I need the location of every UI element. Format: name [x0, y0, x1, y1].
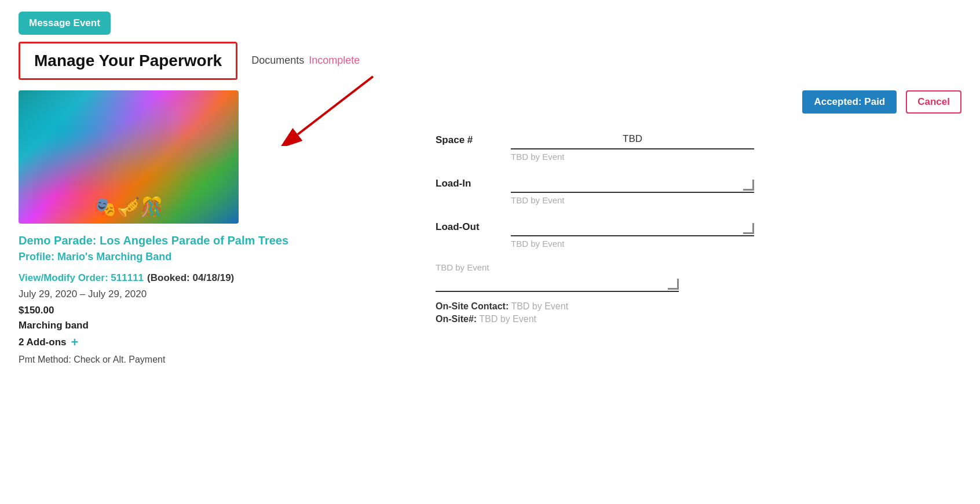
paperwork-wrapper: Manage Your Paperwork: [19, 42, 237, 80]
price: $150.00: [19, 305, 401, 316]
onsite-contact-label: On-Site Contact:: [436, 301, 509, 311]
onsite-contact-value: TBD by Event: [511, 301, 568, 311]
cancel-button[interactable]: Cancel: [906, 90, 961, 114]
space-field-row: Space # TBD TBD by Event: [436, 132, 961, 162]
booking-header: Accepted: Paid Cancel: [436, 90, 961, 114]
left-panel: Demo Parade: Los Angeles Parade of Palm …: [19, 90, 401, 365]
payment-method: Pmt Method: Check or Alt. Payment: [19, 355, 401, 365]
load-out-hint: TBD by Event: [511, 239, 754, 249]
extra-field-input[interactable]: [436, 275, 679, 292]
event-image: [19, 90, 239, 224]
load-out-value[interactable]: [511, 219, 754, 236]
load-out-field-row: Load-Out TBD by Event: [436, 219, 961, 249]
onsite-row: On-Site Contact: TBD by Event On-Site#: …: [436, 301, 961, 324]
addons-line: 2 Add-ons +: [19, 335, 401, 350]
load-in-field-row: Load-In TBD by Event: [436, 176, 961, 205]
event-name-link[interactable]: Demo Parade: Los Angeles Parade of Palm …: [19, 234, 401, 247]
load-in-value[interactable]: [511, 176, 754, 193]
profile-link[interactable]: Profile: Mario's Marching Band: [19, 251, 401, 263]
addons-plus-icon[interactable]: +: [71, 335, 78, 350]
booked-text: (Booked: 04/18/19): [147, 272, 234, 284]
view-modify-order-link[interactable]: View/Modify Order: 511111: [19, 272, 144, 284]
onsite-number-value: TBD by Event: [479, 314, 536, 324]
load-out-label: Load-Out: [436, 219, 511, 233]
space-hint: TBD by Event: [511, 152, 754, 162]
onsite-contact-line: On-Site Contact: TBD by Event: [436, 301, 961, 312]
category: Marching band: [19, 320, 401, 331]
space-field-content: TBD TBD by Event: [511, 132, 754, 162]
accepted-paid-button[interactable]: Accepted: Paid: [802, 90, 897, 114]
extra-tbd-hint: TBD by Event: [436, 262, 961, 272]
documents-label: Documents: [251, 54, 304, 67]
incomplete-badge: Incomplete: [309, 54, 360, 67]
addons-count: 2 Add-ons: [19, 337, 66, 348]
load-in-hint: TBD by Event: [511, 195, 754, 205]
onsite-number-line: On-Site#: TBD by Event: [436, 314, 961, 324]
extra-field: TBD by Event: [436, 262, 961, 292]
message-event-button[interactable]: Message Event: [19, 12, 111, 35]
manage-paperwork-button[interactable]: Manage Your Paperwork: [20, 43, 236, 78]
load-in-label: Load-In: [436, 176, 511, 189]
space-label: Space #: [436, 132, 511, 146]
space-value: TBD: [511, 132, 754, 149]
onsite-number-label: On-Site#:: [436, 314, 477, 324]
order-line: View/Modify Order: 511111 (Booked: 04/18…: [19, 272, 401, 284]
load-in-field-content: TBD by Event: [511, 176, 754, 205]
documents-status: Documents Incomplete: [251, 54, 360, 67]
load-out-field-content: TBD by Event: [511, 219, 754, 249]
right-panel: Accepted: Paid Cancel Space # TBD TBD by…: [401, 90, 961, 365]
date-range: July 29, 2020 – July 29, 2020: [19, 288, 401, 300]
